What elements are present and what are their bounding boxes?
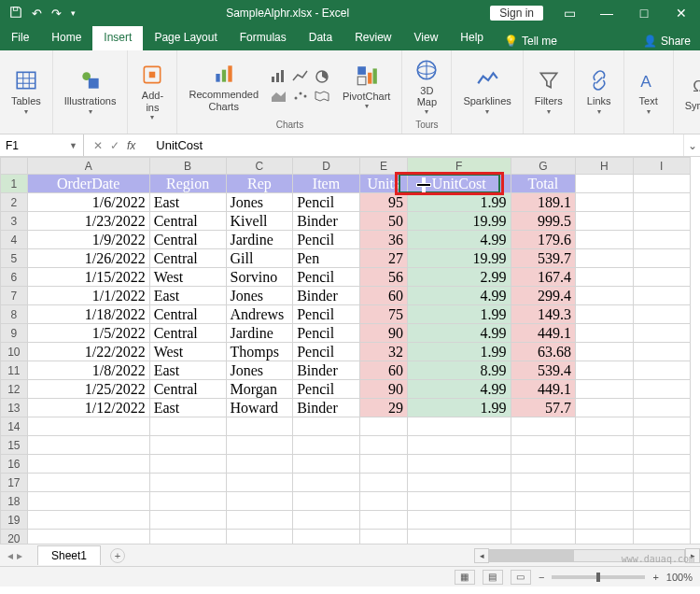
cell-G19[interactable] (511, 511, 576, 530)
cell-I15[interactable] (633, 436, 690, 455)
tell-me[interactable]: 💡 Tell me (495, 26, 567, 50)
row-header-5[interactable]: 5 (1, 249, 28, 268)
cell-I20[interactable] (633, 530, 690, 544)
cell-C10[interactable]: Thomps (226, 343, 293, 361)
cell-G1[interactable]: Total (511, 175, 576, 193)
cell-H19[interactable] (576, 511, 633, 530)
cell-C18[interactable] (226, 492, 293, 511)
cell-F20[interactable] (407, 530, 511, 544)
recommended-charts-button[interactable]: Recommended Charts (185, 59, 262, 113)
cell-A18[interactable] (27, 492, 149, 511)
cell-G4[interactable]: 179.6 (511, 231, 576, 249)
cell-E17[interactable] (359, 474, 407, 492)
formula-input[interactable] (150, 134, 683, 156)
cell-F18[interactable] (407, 492, 511, 511)
cell-D16[interactable] (293, 455, 360, 474)
cell-E14[interactable] (359, 417, 407, 436)
cell-C8[interactable]: Andrews (226, 305, 293, 324)
cell-H10[interactable] (576, 343, 633, 361)
ribbon-options-icon[interactable]: ▭ (551, 6, 588, 21)
cancel-icon[interactable]: ✕ (93, 139, 103, 152)
cell-G17[interactable] (511, 474, 576, 492)
cell-C12[interactable]: Morgan (226, 380, 293, 399)
cell-C9[interactable]: Jardine (226, 324, 293, 343)
cell-A16[interactable] (27, 455, 149, 474)
cell-D10[interactable]: Pencil (293, 343, 360, 361)
cell-A7[interactable]: 1/1/2022 (27, 287, 149, 305)
cell-I19[interactable] (633, 511, 690, 530)
cell-H2[interactable] (576, 193, 633, 212)
cell-B7[interactable]: East (149, 287, 226, 305)
row-header-15[interactable]: 15 (1, 436, 28, 455)
fx-icon[interactable]: fx (127, 139, 141, 152)
cell-H5[interactable] (576, 249, 633, 268)
row-header-3[interactable]: 3 (1, 212, 28, 231)
cell-H12[interactable] (576, 380, 633, 399)
cell-H1[interactable] (576, 175, 633, 193)
cell-E4[interactable]: 36 (359, 231, 407, 249)
cell-E16[interactable] (359, 455, 407, 474)
cell-I12[interactable] (633, 380, 690, 399)
row-header-12[interactable]: 12 (1, 380, 28, 399)
cell-D18[interactable] (293, 492, 360, 511)
links-button[interactable]: Links ▾ (582, 65, 616, 117)
cell-H14[interactable] (576, 417, 633, 436)
tab-formulas[interactable]: Formulas (229, 26, 298, 50)
cell-B5[interactable]: Central (149, 249, 226, 268)
cell-I9[interactable] (633, 324, 690, 343)
col-header-A[interactable]: A (27, 158, 149, 175)
cell-H8[interactable] (576, 305, 633, 324)
row-header-17[interactable]: 17 (1, 474, 28, 492)
cell-A11[interactable]: 1/8/2022 (27, 361, 149, 380)
cell-I18[interactable] (633, 492, 690, 511)
normal-view-icon[interactable]: ▦ (455, 570, 475, 585)
cell-E6[interactable]: 56 (359, 268, 407, 287)
cell-C17[interactable] (226, 474, 293, 492)
cell-I7[interactable] (633, 287, 690, 305)
cell-I10[interactable] (633, 343, 690, 361)
tab-help[interactable]: Help (449, 26, 495, 50)
cell-A6[interactable]: 1/15/2022 (27, 268, 149, 287)
cell-F3[interactable]: 19.99 (407, 212, 511, 231)
cell-C4[interactable]: Jardine (226, 231, 293, 249)
cell-D19[interactable] (293, 511, 360, 530)
cell-D11[interactable]: Binder (293, 361, 360, 380)
cell-D1[interactable]: Item (293, 175, 360, 193)
scroll-left-icon[interactable]: ◂ (474, 548, 489, 563)
cell-B14[interactable] (149, 417, 226, 436)
cell-F11[interactable]: 8.99 (407, 361, 511, 380)
area-chart-icon[interactable] (270, 88, 288, 105)
cell-A9[interactable]: 1/5/2022 (27, 324, 149, 343)
cell-I1[interactable] (633, 175, 690, 193)
cell-G15[interactable] (511, 436, 576, 455)
cell-C14[interactable] (226, 417, 293, 436)
cell-I5[interactable] (633, 249, 690, 268)
tab-view[interactable]: View (403, 26, 450, 50)
cell-H3[interactable] (576, 212, 633, 231)
cell-F10[interactable]: 1.99 (407, 343, 511, 361)
col-header-I[interactable]: I (633, 158, 690, 175)
close-icon[interactable]: ✕ (663, 6, 700, 21)
scroll-thumb[interactable] (490, 550, 574, 561)
filters-button[interactable]: Filters ▾ (531, 65, 567, 117)
row-header-6[interactable]: 6 (1, 268, 28, 287)
cell-A4[interactable]: 1/9/2022 (27, 231, 149, 249)
cell-H6[interactable] (576, 268, 633, 287)
cell-B11[interactable]: East (149, 361, 226, 380)
cell-F13[interactable]: 1.99 (407, 399, 511, 417)
zoom-out-icon[interactable]: − (539, 572, 544, 583)
grid[interactable]: ABCDEFGHI1OrderDateRegionRepItemUnitsUni… (0, 157, 700, 544)
cell-I2[interactable] (633, 193, 690, 212)
cell-C13[interactable]: Howard (226, 399, 293, 417)
cell-C2[interactable]: Jones (226, 193, 293, 212)
cell-I13[interactable] (633, 399, 690, 417)
cell-G7[interactable]: 299.4 (511, 287, 576, 305)
chevron-down-icon[interactable]: ▼ (69, 141, 77, 150)
cell-H18[interactable] (576, 492, 633, 511)
row-header-7[interactable]: 7 (1, 287, 28, 305)
cell-H17[interactable] (576, 474, 633, 492)
cell-G5[interactable]: 539.7 (511, 249, 576, 268)
cell-A15[interactable] (27, 436, 149, 455)
cell-G11[interactable]: 539.4 (511, 361, 576, 380)
cell-A13[interactable]: 1/12/2022 (27, 399, 149, 417)
